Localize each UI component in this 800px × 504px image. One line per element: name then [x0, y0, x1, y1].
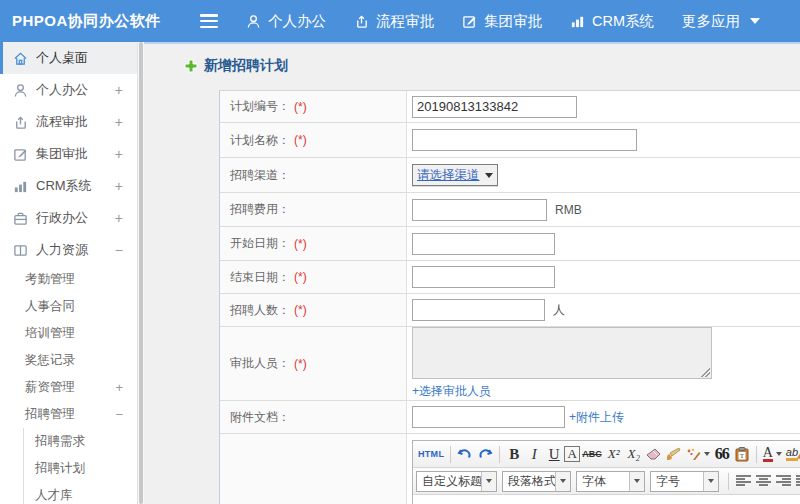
- spray-color-icon[interactable]: [684, 443, 712, 465]
- top-nav-personal-office[interactable]: 个人办公: [246, 12, 326, 31]
- collapse-icon[interactable]: −: [115, 242, 127, 258]
- collapse-icon[interactable]: −: [115, 407, 123, 422]
- headcount-unit: 人: [553, 302, 565, 319]
- top-navbar: PHPOA协同办公软件 个人办公 流程审批 集团审批 CRM系统: [0, 0, 800, 42]
- headcount-input[interactable]: [412, 299, 545, 321]
- sidebar-item-admin-office[interactable]: 行政办公 +: [0, 202, 137, 234]
- blockquote-button[interactable]: 66: [712, 443, 732, 465]
- approver-textarea[interactable]: [412, 327, 712, 379]
- select-approver-link[interactable]: +选择审批人员: [412, 383, 491, 400]
- underline-button[interactable]: U: [544, 443, 564, 465]
- redo-icon[interactable]: [475, 443, 495, 465]
- caret-down-icon: [750, 18, 760, 24]
- end-date-input[interactable]: [412, 266, 555, 288]
- sidebar-scrollbar[interactable]: [137, 42, 144, 504]
- form-row-start-date: 开始日期： (*): [220, 227, 800, 261]
- sidebar-subitem-training[interactable]: 培训管理: [0, 320, 137, 347]
- sidebar-item-hr[interactable]: 人力资源 −: [0, 234, 137, 266]
- top-nav-label: 流程审批: [376, 12, 434, 31]
- expand-icon[interactable]: +: [115, 178, 127, 194]
- user-icon: [246, 14, 261, 29]
- channel-select[interactable]: 请选择渠道: [412, 164, 498, 186]
- plan-no-input[interactable]: [412, 96, 577, 118]
- required-mark: (*): [294, 357, 307, 371]
- align-justify-icon[interactable]: [793, 470, 800, 492]
- top-nav-label: 更多应用: [682, 12, 740, 31]
- required-mark: (*): [294, 270, 307, 284]
- caret-down-icon: [704, 452, 710, 456]
- html-source-button[interactable]: HTML: [416, 443, 446, 465]
- sidebar-subsubitem-recruit-plan[interactable]: 招聘计划: [24, 455, 137, 482]
- expand-icon[interactable]: +: [115, 380, 123, 395]
- align-right-icon[interactable]: [773, 470, 793, 492]
- paragraph-format-select[interactable]: 段落格式: [502, 471, 571, 492]
- sidebar-item-label: 集团审批: [36, 145, 115, 163]
- paste-text-icon[interactable]: T: [732, 443, 752, 465]
- flow-icon: [13, 115, 28, 130]
- format-brush-icon[interactable]: [664, 443, 684, 465]
- subscript-button[interactable]: X₂: [624, 443, 644, 465]
- top-nav-group-approval[interactable]: 集团审批: [462, 12, 542, 31]
- attachment-input[interactable]: [412, 406, 565, 428]
- form-row-plan-no: 计划编号： (*): [220, 91, 800, 123]
- sidebar-item-group-approval[interactable]: 集团审批 +: [0, 138, 137, 170]
- form-row-attachment: 附件文档： +附件上传: [220, 401, 800, 434]
- hamburger-menu-icon[interactable]: [200, 14, 218, 28]
- font-border-button[interactable]: A: [564, 446, 580, 462]
- form-row-editor: HTML B: [220, 434, 800, 504]
- font-family-select[interactable]: 字体: [576, 471, 645, 492]
- sidebar-subitem-rewards[interactable]: 奖惩记录: [0, 347, 137, 374]
- required-mark: (*): [294, 100, 307, 114]
- editor-content-area[interactable]: [413, 495, 800, 504]
- custom-heading-select[interactable]: 自定义标题: [416, 471, 497, 492]
- sidebar-item-label: 个人办公: [36, 81, 115, 99]
- eraser-icon[interactable]: [644, 443, 664, 465]
- fee-unit: RMB: [555, 203, 582, 217]
- chart-icon: [570, 14, 585, 29]
- sidebar-item-crm[interactable]: CRM系统 +: [0, 170, 137, 202]
- scrollbar-thumb[interactable]: [139, 42, 143, 504]
- sidebar-subsubitem-talent-pool[interactable]: 人才库: [24, 482, 137, 504]
- sidebar-subitem-recruitment-mgmt[interactable]: 招聘管理 −: [0, 401, 137, 428]
- caret-down-icon: [703, 472, 718, 491]
- top-nav-more-apps[interactable]: 更多应用: [682, 12, 760, 31]
- undo-icon[interactable]: [455, 443, 475, 465]
- strikethrough-button[interactable]: ABC: [580, 443, 604, 465]
- sidebar-subitem-attendance[interactable]: 考勤管理: [0, 266, 137, 293]
- top-nav-workflow-approval[interactable]: 流程审批: [354, 12, 434, 31]
- italic-button[interactable]: I: [524, 443, 544, 465]
- sidebar-item-workflow-approval[interactable]: 流程审批 +: [0, 106, 137, 138]
- flow-icon: [354, 14, 369, 29]
- form-row-plan-name: 计划名称： (*): [220, 123, 800, 158]
- top-nav-crm[interactable]: CRM系统: [570, 12, 654, 31]
- recruitment-submenu: 招聘需求 招聘计划 人才库: [23, 428, 137, 504]
- highlight-color-button[interactable]: ab: [784, 443, 800, 465]
- sidebar-item-personal-desktop[interactable]: 个人桌面: [0, 42, 137, 74]
- expand-icon[interactable]: +: [115, 114, 127, 130]
- superscript-button[interactable]: X²: [604, 443, 624, 465]
- expand-icon[interactable]: +: [115, 210, 127, 226]
- sidebar-subitem-salary[interactable]: 薪资管理 +: [0, 374, 137, 401]
- expand-icon[interactable]: +: [115, 82, 127, 98]
- top-nav-label: 个人办公: [268, 12, 326, 31]
- align-center-icon[interactable]: [753, 470, 773, 492]
- expand-icon[interactable]: +: [115, 146, 127, 162]
- align-left-icon[interactable]: [733, 470, 753, 492]
- font-color-button[interactable]: A: [761, 443, 784, 465]
- fee-input[interactable]: [412, 199, 547, 221]
- font-size-select[interactable]: 字号: [650, 471, 719, 492]
- start-date-input[interactable]: [412, 233, 555, 255]
- user-icon: [13, 83, 28, 98]
- plan-name-input[interactable]: [412, 129, 637, 151]
- sidebar-item-personal-office[interactable]: 个人办公 +: [0, 74, 137, 106]
- required-mark: (*): [294, 237, 307, 251]
- editor-toolbar-row2: 自定义标题 段落格式 字体: [413, 468, 800, 495]
- sidebar-subsubitem-recruit-demand[interactable]: 招聘需求: [24, 428, 137, 455]
- sidebar-subitem-hr-contract[interactable]: 人事合同: [0, 293, 137, 320]
- sidebar-item-label: CRM系统: [36, 177, 115, 195]
- form-row-end-date: 结束日期： (*): [220, 261, 800, 294]
- attachment-upload-link[interactable]: +附件上传: [569, 409, 624, 426]
- resize-grip-icon[interactable]: [701, 368, 710, 377]
- bold-button[interactable]: B: [504, 443, 524, 465]
- form-row-channel: 招聘渠道： 请选择渠道: [220, 158, 800, 193]
